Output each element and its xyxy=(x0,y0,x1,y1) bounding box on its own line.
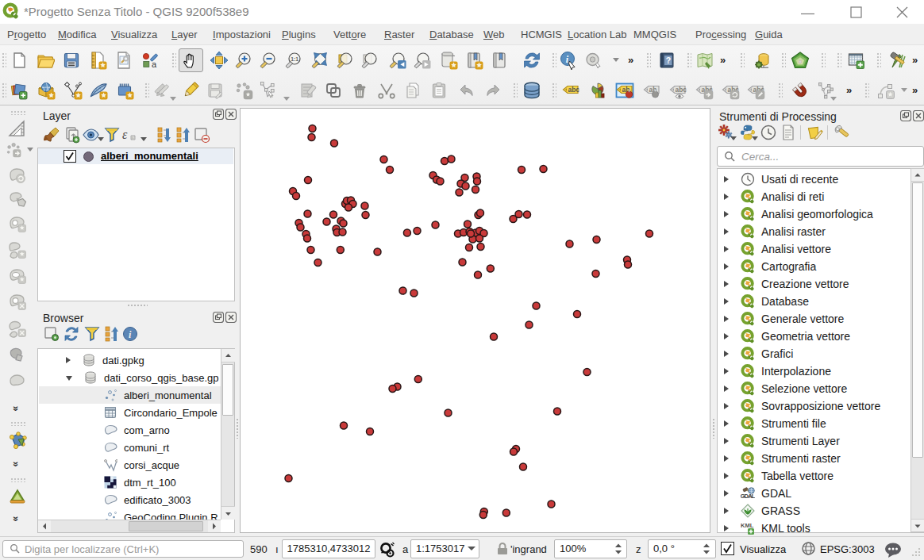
svg-text:?: ? xyxy=(666,56,671,65)
svg-text:1:1: 1:1 xyxy=(291,56,298,62)
svg-text:a: a xyxy=(152,59,157,69)
svg-text:KML: KML xyxy=(741,522,754,529)
svg-text:GDAL: GDAL xyxy=(741,493,755,500)
svg-text:abc: abc xyxy=(676,86,687,94)
svg-text:ε: ε xyxy=(122,128,128,141)
svg-text:abc: abc xyxy=(568,86,580,94)
